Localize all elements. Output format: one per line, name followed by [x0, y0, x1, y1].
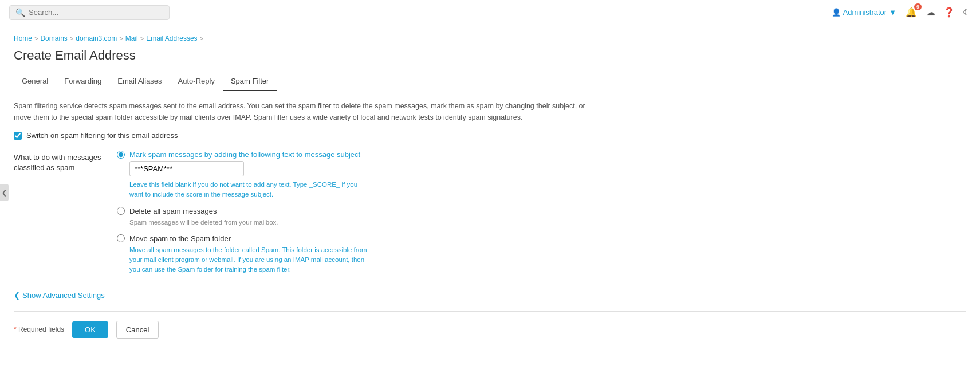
- spam-filter-checkbox[interactable]: [14, 132, 22, 140]
- breadcrumb-sep-5: >: [200, 35, 203, 42]
- required-asterisk: *: [14, 325, 17, 333]
- what-to-do-label: What to do with messagesclassified as sp…: [14, 150, 117, 282]
- cancel-button[interactable]: Cancel: [116, 321, 159, 339]
- search-icon: 🔍: [15, 8, 25, 17]
- breadcrumb-email-addresses[interactable]: Email Addresses: [146, 34, 197, 42]
- spam-move-label[interactable]: Move spam to the Spam folder: [129, 234, 231, 243]
- admin-chevron-icon: ▼: [889, 8, 896, 17]
- breadcrumb-sep-1: >: [34, 35, 38, 42]
- spam-options: Mark spam messages by adding the followi…: [117, 150, 966, 282]
- breadcrumb-sep-3: >: [119, 35, 123, 42]
- admin-link[interactable]: 👤 Administrator ▼: [832, 8, 896, 17]
- spam-option-mark: Mark spam messages by adding the followi…: [117, 150, 966, 200]
- spam-mark-label[interactable]: Mark spam messages by adding the followi…: [129, 150, 360, 159]
- tabs-bar: General Forwarding Email Aliases Auto-Re…: [14, 72, 966, 91]
- topbar: 🔍 👤 Administrator ▼ 🔔 9 ☁ ❓ ☾: [0, 0, 980, 25]
- admin-user-icon: 👤: [832, 8, 841, 17]
- spam-delete-helper: Spam messages will be deleted from your …: [129, 218, 370, 227]
- spam-option-delete-row: Delete all spam messages: [117, 207, 966, 215]
- footer-divider: [14, 311, 966, 312]
- advanced-settings-link[interactable]: ❮ Show Advanced Settings: [14, 291, 966, 300]
- advanced-settings-label: Show Advanced Settings: [22, 291, 105, 300]
- admin-label: Administrator: [843, 8, 887, 17]
- spam-filter-switch-row: Switch on spam filtering for this email …: [14, 131, 966, 140]
- tab-email-aliases[interactable]: Email Aliases: [109, 72, 170, 91]
- tab-auto-reply[interactable]: Auto-Reply: [170, 72, 223, 91]
- breadcrumb-sep-4: >: [140, 35, 144, 42]
- breadcrumb-domains[interactable]: Domains: [40, 34, 67, 42]
- theme-button[interactable]: ☾: [963, 7, 971, 18]
- page-title: Create Email Address: [14, 48, 966, 63]
- spam-filter-description: Spam filtering service detects spam mess…: [14, 100, 598, 123]
- help-button[interactable]: ❓: [943, 7, 955, 18]
- breadcrumb-mail[interactable]: Mail: [125, 34, 138, 42]
- spam-delete-label[interactable]: Delete all spam messages: [129, 207, 217, 215]
- spam-filter-switch-label[interactable]: Switch on spam filtering for this email …: [26, 131, 178, 140]
- spam-option-move-row: Move spam to the Spam folder: [117, 234, 966, 243]
- topbar-right: 👤 Administrator ▼ 🔔 9 ☁ ❓ ☾: [832, 6, 971, 19]
- required-label: Required fields: [18, 325, 64, 333]
- spam-action-section: What to do with messagesclassified as sp…: [14, 150, 966, 282]
- spam-delete-radio[interactable]: [117, 207, 125, 215]
- spam-move-helper: Move all spam messages to the folder cal…: [129, 245, 370, 275]
- breadcrumb: Home > Domains > domain3.com > Mail > Em…: [14, 34, 966, 42]
- spam-option-move: Move spam to the Spam folder Move all sp…: [117, 234, 966, 275]
- sidebar-toggle[interactable]: ❮: [0, 184, 9, 201]
- breadcrumb-sep-2: >: [70, 35, 73, 42]
- spam-option-delete: Delete all spam messages Spam messages w…: [117, 207, 966, 227]
- ok-button[interactable]: OK: [72, 321, 108, 338]
- tab-spam-filter[interactable]: Spam Filter: [223, 72, 277, 91]
- breadcrumb-domain3[interactable]: domain3.com: [76, 34, 117, 42]
- notification-badge: 9: [914, 3, 922, 10]
- main-content: Home > Domains > domain3.com > Mail > Em…: [0, 25, 980, 385]
- tab-general[interactable]: General: [14, 72, 56, 91]
- cloud-button[interactable]: ☁: [926, 7, 935, 18]
- spam-mark-text-input[interactable]: [129, 161, 244, 176]
- search-box[interactable]: 🔍: [9, 5, 170, 20]
- search-input[interactable]: [29, 8, 163, 17]
- spam-move-radio[interactable]: [117, 234, 125, 242]
- footer-row: * Required fields OK Cancel: [14, 321, 966, 339]
- breadcrumb-home[interactable]: Home: [14, 34, 32, 42]
- spam-mark-radio[interactable]: [117, 151, 125, 159]
- required-fields-text: * Required fields: [14, 325, 64, 333]
- chevron-down-icon: ❮: [14, 291, 20, 300]
- tab-forwarding[interactable]: Forwarding: [56, 72, 109, 91]
- spam-option-mark-row: Mark spam messages by adding the followi…: [117, 150, 966, 159]
- spam-mark-helper: Leave this field blank if you do not wan…: [129, 180, 370, 200]
- notification-button[interactable]: 🔔 9: [904, 6, 918, 19]
